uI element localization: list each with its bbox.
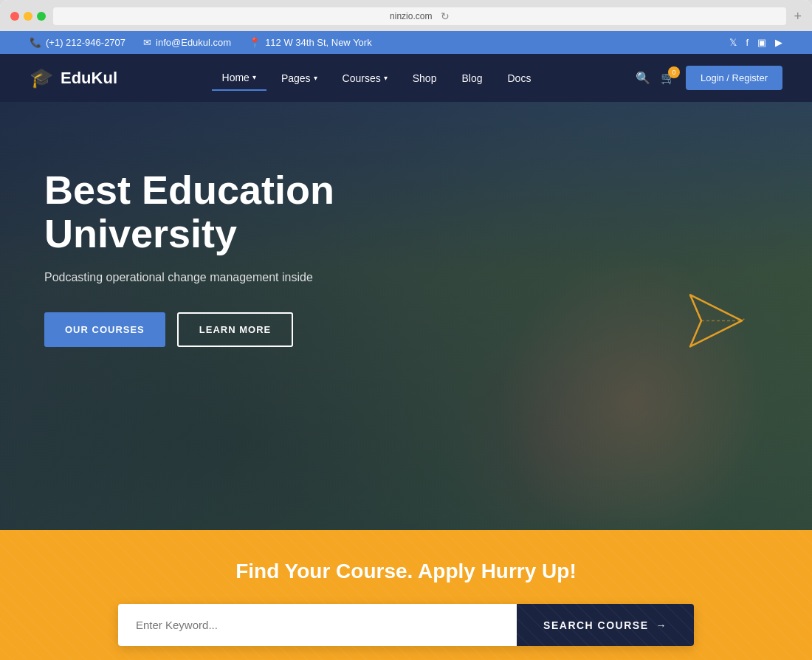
nav-blog[interactable]: Blog bbox=[451, 66, 492, 90]
phone-icon: 📞 bbox=[30, 37, 41, 48]
twitter-icon[interactable]: 𝕏 bbox=[729, 37, 737, 48]
close-button[interactable] bbox=[10, 12, 19, 21]
refresh-icon[interactable]: ↻ bbox=[441, 10, 450, 22]
paper-plane-decoration bbox=[687, 291, 746, 353]
cart-wrapper[interactable]: 🛒 0 bbox=[661, 71, 675, 85]
login-register-button[interactable]: Login / Register bbox=[686, 66, 782, 90]
nav-pages[interactable]: Pages ▾ bbox=[271, 66, 328, 90]
nav-docs[interactable]: Docs bbox=[497, 66, 541, 90]
arrow-icon: → bbox=[656, 619, 668, 631]
email-icon: ✉ bbox=[143, 37, 151, 48]
logo-icon: 🎓 bbox=[30, 66, 53, 89]
url-text: ninzio.com bbox=[390, 11, 432, 21]
search-icon[interactable]: 🔍 bbox=[636, 71, 650, 85]
logo-text: EduKul bbox=[61, 69, 117, 88]
phone-item: 📞 (+1) 212-946-2707 bbox=[30, 37, 125, 48]
top-info-bar: 📞 (+1) 212-946-2707 ✉ info@Edukul.com 📍 … bbox=[0, 31, 812, 54]
hero-buttons: OUR COURSES LEARN MORE bbox=[44, 312, 384, 347]
hero-title: Best Education University bbox=[44, 168, 384, 256]
search-bar: SEARCH COURSE → bbox=[118, 604, 694, 646]
search-button-label: SEARCH COURSE bbox=[543, 619, 648, 631]
browser-chrome: ninzio.com ↻ + bbox=[0, 0, 812, 31]
nav-courses[interactable]: Courses ▾ bbox=[332, 66, 398, 90]
instagram-icon[interactable]: ▣ bbox=[757, 37, 766, 48]
cart-badge: 0 bbox=[668, 66, 680, 78]
email-item: ✉ info@Edukul.com bbox=[143, 37, 231, 48]
our-courses-button[interactable]: OUR COURSES bbox=[44, 312, 165, 347]
address-text: 112 W 34th St, New York bbox=[265, 37, 372, 48]
window-controls bbox=[10, 12, 46, 21]
main-navigation: 🎓 EduKul Home ▾ Pages ▾ Courses ▾ Shop B… bbox=[0, 54, 812, 102]
url-bar[interactable]: ninzio.com ↻ bbox=[53, 7, 786, 25]
learn-more-button[interactable]: LEARN MORE bbox=[177, 312, 293, 347]
chevron-down-icon: ▾ bbox=[252, 73, 256, 81]
chevron-down-icon: ▾ bbox=[384, 74, 388, 82]
maximize-button[interactable] bbox=[37, 12, 46, 21]
nav-links: Home ▾ Pages ▾ Courses ▾ Shop Blog Docs bbox=[212, 66, 542, 91]
search-input[interactable] bbox=[118, 604, 517, 646]
facebook-icon[interactable]: f bbox=[746, 37, 749, 48]
phone-number: (+1) 212-946-2707 bbox=[46, 37, 125, 48]
chevron-down-icon: ▾ bbox=[314, 74, 317, 82]
search-section: Find Your Course. Apply Hurry Up! SEARCH… bbox=[0, 530, 812, 660]
contact-info: 📞 (+1) 212-946-2707 ✉ info@Edukul.com 📍 … bbox=[30, 37, 372, 48]
nav-actions: 🔍 🛒 0 Login / Register bbox=[636, 66, 782, 90]
email-address: info@Edukul.com bbox=[156, 37, 231, 48]
youtube-icon[interactable]: ▶ bbox=[775, 37, 782, 48]
social-icons: 𝕏 f ▣ ▶ bbox=[729, 37, 782, 48]
search-section-title: Find Your Course. Apply Hurry Up! bbox=[44, 560, 768, 583]
location-icon: 📍 bbox=[249, 37, 261, 48]
hero-content: Best Education University Podcasting ope… bbox=[0, 102, 428, 347]
minimize-button[interactable] bbox=[24, 12, 32, 21]
search-course-button[interactable]: SEARCH COURSE → bbox=[517, 604, 694, 646]
browser-window: ninzio.com ↻ + 📞 (+1) 212-946-2707 ✉ inf… bbox=[0, 0, 812, 660]
nav-home[interactable]: Home ▾ bbox=[212, 66, 266, 91]
logo[interactable]: 🎓 EduKul bbox=[30, 66, 117, 89]
address-item: 📍 112 W 34th St, New York bbox=[249, 37, 372, 48]
nav-shop[interactable]: Shop bbox=[402, 66, 447, 90]
hero-section: Best Education University Podcasting ope… bbox=[0, 102, 812, 530]
hero-subtitle: Podcasting operational change management… bbox=[44, 271, 384, 284]
new-tab-button[interactable]: + bbox=[794, 9, 802, 24]
